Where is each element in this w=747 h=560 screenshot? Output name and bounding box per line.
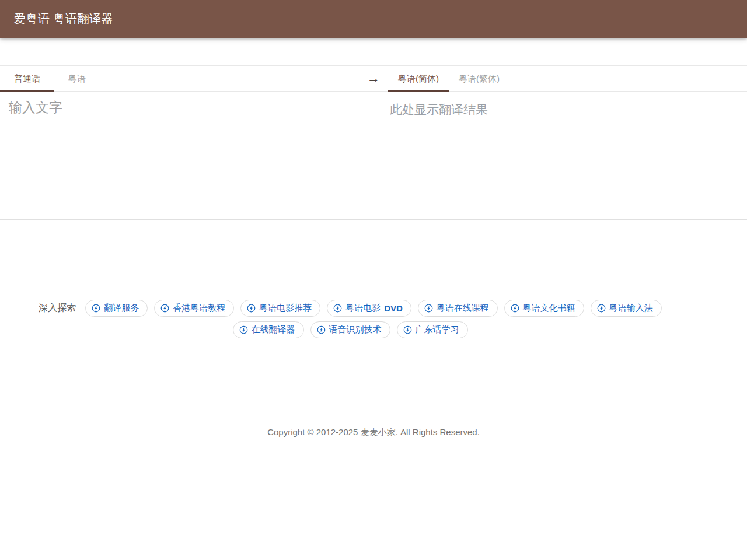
bolt-circle-icon — [403, 326, 412, 334]
bolt-circle-icon — [511, 304, 519, 313]
target-language-tabs: 粤语(简体) 粤语(繁体) — [388, 66, 509, 91]
bolt-circle-icon — [160, 304, 169, 313]
source-text-input[interactable] — [0, 92, 374, 219]
page-title: 爱粤语 粤语翻译器 — [14, 11, 113, 27]
bolt-circle-icon — [239, 326, 248, 334]
bolt-circle-icon — [92, 304, 100, 313]
explore-label: 深入探索 — [39, 302, 76, 314]
explore-link-guangdonghua-learning[interactable]: 广东话学习 — [397, 321, 468, 338]
translation-output: 此处显示翻译结果 — [374, 92, 747, 219]
explore-link-translation-service[interactable]: 翻译服务 — [85, 300, 148, 317]
bolt-circle-icon — [317, 326, 326, 334]
explore-link-speech-recognition[interactable]: 语音识别技术 — [310, 321, 390, 338]
copyright-footer: Copyright © 2012-2025 麦麦小家. All Rights R… — [0, 427, 747, 438]
explore-link-online-course[interactable]: 粤语在线课程 — [418, 300, 498, 317]
bolt-circle-icon — [424, 304, 433, 313]
source-language-tabs: 普通话 粤语 — [0, 66, 100, 91]
bolt-circle-icon — [247, 304, 256, 313]
explore-link-input-method[interactable]: 粤语输入法 — [591, 300, 662, 317]
arrow-right-icon: → — [367, 66, 380, 90]
language-tabbar: 普通话 粤语 → 粤语(简体) 粤语(繁体) — [0, 65, 747, 92]
explore-link-hk-cantonese-course[interactable]: 香港粤语教程 — [154, 300, 234, 317]
explore-link-culture-books[interactable]: 粤语文化书籍 — [504, 300, 584, 317]
tab-cantonese-simplified[interactable]: 粤语(简体) — [388, 66, 449, 91]
app-header: 爱粤语 粤语翻译器 — [0, 0, 747, 38]
copyright-prefix: Copyright © 2012-2025 — [267, 427, 361, 437]
tab-mandarin[interactable]: 普通话 — [0, 66, 54, 91]
footer-site-link[interactable]: 麦麦小家 — [361, 427, 396, 437]
translation-panels: 此处显示翻译结果 — [0, 92, 747, 220]
explore-link-movie-dvd[interactable]: 粤语电影DVD — [327, 300, 411, 317]
bolt-circle-icon — [597, 304, 606, 313]
bolt-circle-icon — [333, 304, 342, 313]
explore-section: 深入探索 翻译服务 香港粤语教程 粤语电影推荐 粤语电影DVD 粤语在线课程 粤… — [0, 300, 700, 338]
copyright-suffix: . All Rights Reserved. — [396, 427, 480, 437]
explore-link-online-translator[interactable]: 在线翻译器 — [233, 321, 304, 338]
tab-cantonese-traditional[interactable]: 粤语(繁体) — [449, 66, 509, 91]
tab-cantonese[interactable]: 粤语 — [54, 66, 100, 91]
explore-link-movie-recommendation[interactable]: 粤语电影推荐 — [240, 300, 320, 317]
